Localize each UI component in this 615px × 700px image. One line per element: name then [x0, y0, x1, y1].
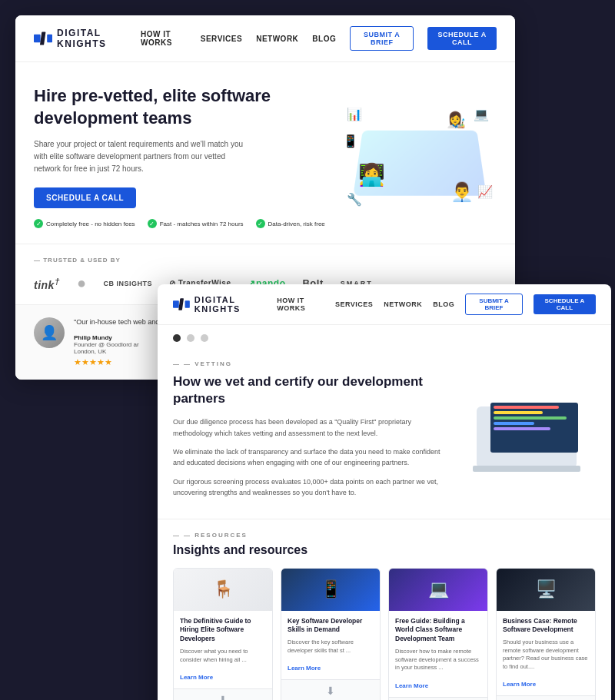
vetting-label: — — VETTING	[173, 360, 450, 367]
card-body-2: Key Software Developer Skills in Demand …	[281, 611, 380, 680]
card-link-4[interactable]: Learn More	[503, 681, 536, 688]
card-footer-4: ⬇	[497, 695, 595, 700]
nav2-how-it-works[interactable]: HOW IT WORKS	[277, 297, 324, 312]
nav-network[interactable]: NETWORK	[256, 35, 298, 43]
card-1: 🪑 The Definitive Guide to Hiring Elite S…	[173, 568, 273, 700]
card-footer-1: ⬇	[174, 688, 272, 700]
schedule-call-button-1[interactable]: SCHEDULE A CALL	[427, 27, 497, 50]
vetting-section: — — VETTING How we vet and certify our d…	[158, 348, 611, 519]
card-4: 🖥️ Business Case: Remote Software Develo…	[496, 568, 596, 700]
card-footer-2: ⬇	[281, 679, 380, 700]
resource-cards: 🪑 The Definitive Guide to Hiring Elite S…	[173, 568, 596, 700]
trusted-label: — TRUSTED & USED BY	[34, 257, 497, 264]
nav-links-2: HOW IT WORKS SERVICES NETWORK BLOG SUBMI…	[277, 294, 596, 315]
badge-fast: ✓ Fast - matches within 72 hours	[148, 219, 244, 228]
nav-links-1: HOW IT WORKS SERVICES NETWORK BLOG SUBMI…	[141, 26, 497, 51]
hero-illustration: 📊 💻 📱 🔧 📈 👩‍💻 👨‍💼 👩‍🎨	[343, 85, 497, 228]
card-image-4: 🖥️	[497, 569, 595, 611]
check-icon-1: ✓	[34, 219, 43, 228]
svg-rect-1	[40, 32, 46, 45]
resources-section: — — RESOURCES Insights and resources 🪑 T…	[158, 519, 611, 700]
svg-rect-3	[173, 300, 179, 307]
schedule-call-button-2[interactable]: SCHEDULE A CALL	[534, 294, 596, 314]
svg-rect-0	[34, 35, 41, 42]
download-icon-2: ⬇	[326, 685, 335, 697]
logo-2: DIGITAL KNIGHTS	[173, 295, 277, 314]
nav-blog[interactable]: BLOG	[312, 35, 336, 43]
card-title-1: The Definitive Guide to Hiring Elite Sof…	[180, 617, 266, 645]
card-3: 💻 Free Guide: Building a World Class Sof…	[388, 568, 488, 700]
vetting-title: How we vet and certify our development p…	[173, 373, 450, 407]
card-image-2: 📱	[281, 569, 380, 611]
nav-services[interactable]: SERVICES	[201, 35, 242, 43]
svg-rect-2	[47, 35, 52, 42]
dot-3[interactable]	[201, 334, 208, 342]
resources-label: — — RESOURCES	[173, 532, 596, 539]
logo-circle: ●	[77, 274, 87, 292]
pagination-dots	[158, 325, 611, 348]
nav2-services[interactable]: SERVICES	[335, 300, 373, 308]
card-image-1: 🪑	[174, 569, 272, 611]
avatar: 👤	[34, 317, 65, 348]
card-body-4: Business Case: Remote Software Developme…	[497, 611, 595, 696]
card-body-1: The Definitive Guide to Hiring Elite Sof…	[174, 611, 272, 689]
card-text-4: Should your business use a remote softwa…	[503, 639, 589, 671]
submit-brief-button-2[interactable]: SUBMIT A BRIEF	[465, 294, 523, 315]
card-2: 📱 Key Software Developer Skills in Deman…	[281, 568, 381, 700]
card-text-2: Discover the key software developer skil…	[288, 639, 374, 655]
download-icon-1: ⬇	[218, 694, 228, 700]
card-text-1: Discover what you need to consider when …	[180, 648, 266, 664]
dot-2[interactable]	[187, 334, 194, 342]
vetting-illustration	[465, 360, 596, 506]
svg-rect-5	[185, 300, 190, 307]
nav2-network[interactable]: NETWORK	[384, 300, 422, 308]
hero-section: Hire pre-vetted, elite software developm…	[15, 62, 515, 244]
logo-tink: tink†	[34, 276, 60, 291]
submit-brief-button-1[interactable]: SUBMIT A BRIEF	[350, 26, 414, 51]
hero-text: Hire pre-vetted, elite software developm…	[34, 85, 327, 228]
resources-title: Insights and resources	[173, 543, 596, 557]
vetting-text: — — VETTING How we vet and certify our d…	[173, 360, 450, 506]
svg-rect-4	[178, 298, 184, 310]
logo-1: DIGITAL KNIGHTS	[34, 28, 141, 49]
screenshot-2: DIGITAL KNIGHTS HOW IT WORKS SERVICES NE…	[158, 284, 611, 700]
nav-2: DIGITAL KNIGHTS HOW IT WORKS SERVICES NE…	[158, 284, 611, 325]
card-title-2: Key Software Developer Skills in Demand	[288, 617, 374, 635]
card-text-3: Discover how to make remote software dev…	[395, 648, 481, 672]
badges: ✓ Completely free - no hidden fees ✓ Fas…	[34, 219, 327, 228]
card-body-3: Free Guide: Building a World Class Softw…	[389, 611, 487, 697]
hero-title: Hire pre-vetted, elite software developm…	[34, 85, 327, 129]
card-footer-3: ⬇	[389, 697, 487, 700]
card-link-3[interactable]: Learn More	[395, 682, 428, 689]
card-title-4: Business Case: Remote Software Developme…	[503, 617, 589, 635]
card-link-2[interactable]: Learn More	[288, 665, 321, 672]
hero-subtitle: Share your project or talent requirement…	[34, 138, 249, 175]
card-image-3: 💻	[389, 569, 487, 611]
card-link-1[interactable]: Learn More	[180, 674, 213, 681]
nav-how-it-works[interactable]: HOW IT WORKS	[141, 30, 187, 47]
vetting-para-3: Our rigorous screening process evaluates…	[173, 476, 450, 499]
card-title-3: Free Guide: Building a World Class Softw…	[395, 617, 481, 645]
vetting-para-1: Our due diligence process has been devel…	[173, 416, 450, 439]
check-icon-3: ✓	[256, 219, 265, 228]
nav2-blog[interactable]: BLOG	[433, 300, 454, 308]
check-icon-2: ✓	[148, 219, 157, 228]
logo-cbinsights: CB INSIGHTS	[103, 280, 152, 287]
badge-free: ✓ Completely free - no hidden fees	[34, 219, 135, 228]
badge-data: ✓ Data-driven, risk free	[256, 219, 325, 228]
hero-cta-button[interactable]: SCHEDULE A CALL	[34, 187, 136, 208]
dot-1[interactable]	[173, 334, 181, 342]
vetting-para-2: We eliminate the lack of transparency an…	[173, 446, 450, 469]
nav-1: DIGITAL KNIGHTS HOW IT WORKS SERVICES NE…	[15, 15, 515, 62]
